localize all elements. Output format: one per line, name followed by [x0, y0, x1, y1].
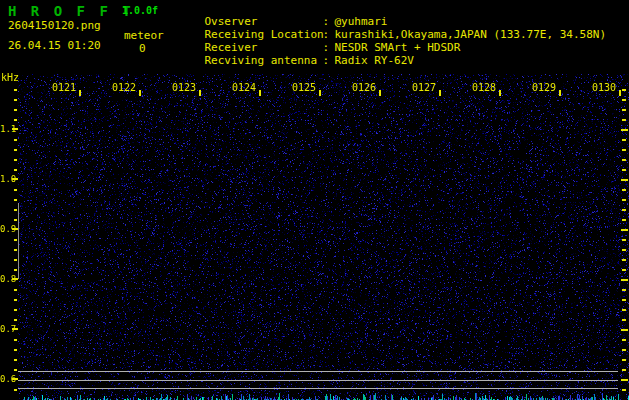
- y-minor-tick-right: [622, 309, 626, 311]
- x-tick-label: 0129: [532, 82, 556, 93]
- y-major-tick-right: [621, 279, 628, 281]
- x-tick-label: 0125: [292, 82, 316, 93]
- y-minor-tick-left: [14, 309, 17, 311]
- y-minor-tick-right: [622, 159, 626, 161]
- meteor-count: 0: [139, 42, 146, 55]
- app-title: H R O F F T: [8, 3, 134, 19]
- y-minor-tick-left: [14, 259, 17, 261]
- y-minor-tick-left: [14, 169, 17, 171]
- meteor-label: meteor: [124, 29, 164, 42]
- y-minor-tick-left: [14, 349, 17, 351]
- x-tick-label: 0124: [232, 82, 256, 93]
- x-tick-label: 0122: [112, 82, 136, 93]
- y-minor-tick-left: [14, 289, 17, 291]
- carrier-line: [18, 380, 618, 381]
- y-minor-tick-left: [14, 99, 17, 101]
- x-tick-mark: [559, 90, 561, 96]
- x-tick-mark: [439, 90, 441, 96]
- y-minor-tick-left: [14, 109, 17, 111]
- y-minor-tick-left: [14, 89, 17, 91]
- y-tick-mark: [12, 178, 18, 180]
- y-minor-tick-right: [622, 209, 626, 211]
- x-tick-mark: [319, 90, 321, 96]
- y-major-tick-right: [621, 329, 628, 331]
- y-minor-tick-left: [14, 119, 17, 121]
- y-minor-tick-right: [622, 139, 626, 141]
- y-minor-tick-right: [622, 369, 626, 371]
- info-separator: :: [323, 54, 335, 67]
- x-tick-label: 0126: [352, 82, 376, 93]
- info-value: Radix RY-62V: [335, 54, 414, 67]
- y-minor-tick-right: [622, 359, 626, 361]
- x-tick-mark: [499, 90, 501, 96]
- x-tick-label: 0123: [172, 82, 196, 93]
- y-minor-tick-left: [14, 319, 17, 321]
- x-tick-label: 0127: [412, 82, 436, 93]
- y-minor-tick-left: [14, 339, 17, 341]
- y-minor-tick-left: [14, 199, 17, 201]
- app-version: 1.0.0f: [122, 5, 158, 16]
- y-major-tick-right: [621, 179, 628, 181]
- y-minor-tick-right: [622, 389, 626, 391]
- x-tick-mark: [199, 90, 201, 96]
- y-minor-tick-right: [622, 289, 626, 291]
- y-minor-tick-left: [14, 159, 17, 161]
- y-minor-tick-right: [622, 109, 626, 111]
- y-minor-tick-left: [14, 359, 17, 361]
- carrier-line: [18, 371, 618, 372]
- x-tick-mark: [139, 90, 141, 96]
- y-minor-tick-left: [14, 139, 17, 141]
- y-major-tick-right: [621, 229, 628, 231]
- y-minor-tick-left: [14, 219, 17, 221]
- y-minor-tick-left: [14, 249, 17, 251]
- x-tick-label: 0128: [472, 82, 496, 93]
- y-minor-tick-right: [622, 249, 626, 251]
- y-minor-tick-right: [622, 169, 626, 171]
- x-tick-mark: [259, 90, 261, 96]
- y-minor-tick-right: [622, 89, 626, 91]
- carrier-line: [18, 388, 618, 389]
- hrofft-window: H R O F F T 1.0.0f 2604150120.png meteor…: [0, 0, 629, 400]
- y-minor-tick-right: [622, 319, 626, 321]
- y-minor-tick-right: [622, 199, 626, 201]
- x-tick-label: 0130: [592, 82, 616, 93]
- y-minor-tick-right: [622, 149, 626, 151]
- x-tick-mark: [379, 90, 381, 96]
- spectrogram-canvas: [18, 74, 629, 400]
- y-axis-unit-label: kHz: [1, 72, 19, 83]
- vertical-marker-line: [18, 203, 19, 279]
- y-minor-tick-left: [14, 369, 17, 371]
- y-minor-tick-left: [14, 269, 17, 271]
- info-label: Recviving antenna: [205, 54, 323, 67]
- y-minor-tick-right: [622, 349, 626, 351]
- y-tick-mark: [12, 328, 18, 330]
- capture-datetime: 26.04.15 01:20: [8, 39, 101, 52]
- y-minor-tick-left: [14, 299, 17, 301]
- y-minor-tick-left: [14, 239, 17, 241]
- capture-filename: 2604150120.png: [8, 19, 101, 32]
- y-major-tick-right: [621, 129, 628, 131]
- x-tick-mark: [79, 90, 81, 96]
- y-minor-tick-right: [622, 269, 626, 271]
- y-minor-tick-right: [622, 259, 626, 261]
- y-minor-tick-right: [622, 189, 626, 191]
- y-tick-mark: [12, 128, 18, 130]
- y-minor-tick-right: [622, 219, 626, 221]
- y-minor-tick-right: [622, 99, 626, 101]
- y-minor-tick-left: [14, 209, 17, 211]
- x-tick-mark: [619, 90, 621, 96]
- y-minor-tick-right: [622, 119, 626, 121]
- x-tick-label: 0121: [52, 82, 76, 93]
- y-major-tick-right: [621, 379, 628, 381]
- y-minor-tick-left: [14, 389, 17, 391]
- y-minor-tick-right: [622, 299, 626, 301]
- y-minor-tick-left: [14, 189, 17, 191]
- y-minor-tick-right: [622, 339, 626, 341]
- y-minor-tick-left: [14, 149, 17, 151]
- y-minor-tick-right: [622, 239, 626, 241]
